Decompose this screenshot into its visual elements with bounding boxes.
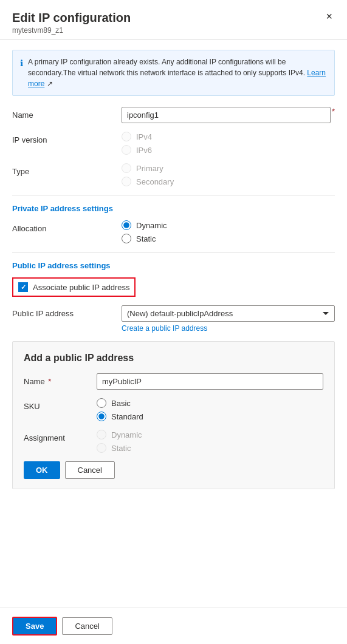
inner-ok-button[interactable]: OK xyxy=(24,461,60,479)
inner-panel-title: Add a public IP address xyxy=(24,353,323,364)
inner-name-row: Name * xyxy=(24,373,323,390)
divider-1 xyxy=(12,195,335,195)
static-allocation-option[interactable]: Static xyxy=(122,234,335,243)
panel-title: Edit IP configuration xyxy=(12,11,131,25)
associate-checkbox-row[interactable]: Associate public IP address xyxy=(12,277,136,297)
public-ip-control: (New) default-publicIpAddress Create a p… xyxy=(122,305,335,333)
basic-sku-label: Basic xyxy=(111,399,131,408)
panel-body: ℹ A primary IP configuration already exi… xyxy=(0,40,347,608)
dynamic-label: Dynamic xyxy=(136,221,167,230)
secondary-radio[interactable] xyxy=(122,177,131,186)
standard-sku-radio[interactable] xyxy=(97,412,106,421)
info-banner: ℹ A primary IP configuration already exi… xyxy=(12,50,335,96)
static-label: Static xyxy=(136,234,156,243)
dynamic-assignment-option[interactable]: Dynamic xyxy=(97,430,323,439)
ipv6-option[interactable]: IPv6 xyxy=(122,145,335,155)
allocation-label: Allocation xyxy=(12,220,122,233)
inner-assignment-row: Assignment Dynamic Static xyxy=(24,430,323,453)
name-row: Name * xyxy=(12,107,335,123)
primary-option[interactable]: Primary xyxy=(122,163,335,173)
name-required: * xyxy=(332,107,335,116)
allocation-row: Allocation Dynamic Static xyxy=(12,220,335,243)
private-section-title: Private IP address settings xyxy=(12,204,335,213)
info-text: A primary IP configuration already exist… xyxy=(28,56,327,89)
divider-2 xyxy=(12,252,335,253)
inner-assignment-label: Assignment xyxy=(24,430,97,442)
type-row: Type Primary Secondary xyxy=(12,163,335,186)
panel-subtitle: mytestvm89_z1 xyxy=(12,26,131,35)
edit-ip-configuration-panel: Edit IP configuration mytestvm89_z1 × ℹ … xyxy=(0,0,347,644)
close-button[interactable]: × xyxy=(323,11,335,22)
public-ip-select[interactable]: (New) default-publicIpAddress xyxy=(122,305,335,322)
ip-version-label: IP version xyxy=(12,132,122,144)
standard-sku-label: Standard xyxy=(111,412,143,421)
info-icon: ℹ xyxy=(20,57,23,70)
inner-name-required: * xyxy=(48,377,51,386)
inner-name-control xyxy=(97,373,323,390)
primary-label: Primary xyxy=(136,164,163,173)
ipv4-label: IPv4 xyxy=(136,132,152,141)
inner-panel-footer: OK Cancel xyxy=(24,461,323,479)
static-assignment-label: Static xyxy=(111,444,131,453)
static-radio[interactable] xyxy=(122,234,131,243)
primary-radio[interactable] xyxy=(122,163,131,173)
secondary-option[interactable]: Secondary xyxy=(122,177,335,186)
add-public-ip-panel: Add a public IP address Name * SKU Basic xyxy=(12,341,335,489)
header-text: Edit IP configuration mytestvm89_z1 xyxy=(12,11,131,35)
public-ip-label: Public IP address xyxy=(12,305,122,318)
ipv6-radio[interactable] xyxy=(122,145,131,155)
inner-name-input[interactable] xyxy=(97,373,323,390)
ipv6-label: IPv6 xyxy=(136,146,152,155)
inner-sku-control: Basic Standard xyxy=(97,398,323,421)
allocation-control: Dynamic Static xyxy=(122,220,335,243)
inner-sku-label: SKU xyxy=(24,398,97,411)
panel-header: Edit IP configuration mytestvm89_z1 × xyxy=(0,0,347,40)
public-section-title: Public IP address settings xyxy=(12,261,335,270)
basic-sku-radio[interactable] xyxy=(97,398,106,408)
inner-cancel-button[interactable]: Cancel xyxy=(65,461,115,479)
dynamic-assignment-radio[interactable] xyxy=(97,430,106,439)
name-input[interactable] xyxy=(122,107,331,123)
associate-label: Associate public IP address xyxy=(33,283,129,292)
ip-version-row: IP version IPv4 IPv6 xyxy=(12,132,335,155)
secondary-label: Secondary xyxy=(136,177,174,186)
ipv4-radio[interactable] xyxy=(122,132,131,141)
associate-checkbox[interactable] xyxy=(18,282,28,292)
ip-version-control: IPv4 IPv6 xyxy=(122,132,335,155)
static-assignment-option[interactable]: Static xyxy=(97,443,323,453)
panel-footer: Save Cancel xyxy=(0,608,347,644)
dynamic-radio[interactable] xyxy=(122,220,131,230)
dynamic-allocation-option[interactable]: Dynamic xyxy=(122,220,335,230)
cancel-button[interactable]: Cancel xyxy=(62,617,112,635)
type-label: Type xyxy=(12,163,122,176)
basic-sku-option[interactable]: Basic xyxy=(97,398,323,408)
inner-sku-row: SKU Basic Standard xyxy=(24,398,323,421)
static-assignment-radio[interactable] xyxy=(97,443,106,453)
name-control xyxy=(122,107,331,123)
inner-name-label: Name * xyxy=(24,373,97,386)
name-label: Name xyxy=(12,107,122,120)
dynamic-assignment-label: Dynamic xyxy=(111,430,142,439)
create-public-ip-link[interactable]: Create a public IP address xyxy=(122,324,207,333)
type-control: Primary Secondary xyxy=(122,163,335,186)
public-ip-row: Public IP address (New) default-publicIp… xyxy=(12,305,335,333)
ipv4-option[interactable]: IPv4 xyxy=(122,132,335,141)
standard-sku-option[interactable]: Standard xyxy=(97,412,323,421)
inner-assignment-control: Dynamic Static xyxy=(97,430,323,453)
save-button[interactable]: Save xyxy=(12,617,57,636)
